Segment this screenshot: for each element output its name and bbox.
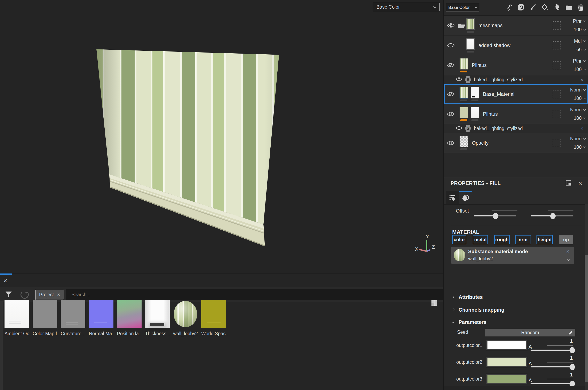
map-thumbnail[interactable] (89, 300, 113, 328)
layer-name[interactable]: meshmaps (479, 23, 553, 28)
opacity-dropdown[interactable]: 100 (574, 67, 586, 72)
folder-icon[interactable] (457, 22, 466, 29)
layers-channel-dropdown[interactable]: Base Color (446, 3, 479, 12)
visibility-eye-icon[interactable] (444, 63, 457, 68)
tab-properties-list[interactable] (446, 191, 459, 204)
substance-material-block[interactable]: Substance material mode wall_lobby2 × (451, 246, 574, 264)
search-input[interactable] (66, 289, 443, 300)
shelf-item-thickness[interactable]: Thickness ... (145, 300, 170, 337)
layer-name[interactable]: Opacity (472, 140, 553, 146)
channel-button-metal[interactable]: metal (473, 235, 488, 244)
offset-u-slider[interactable] (474, 215, 496, 216)
scrollbar-thumb[interactable] (585, 255, 588, 382)
param-value[interactable]: 1 (568, 372, 573, 378)
map-thumbnail[interactable] (201, 300, 226, 328)
fill-bucket-icon[interactable] (541, 4, 549, 11)
map-thumbnail[interactable] (61, 300, 85, 328)
layer-thumbnail[interactable] (460, 107, 468, 118)
layer-mask-thumbnail[interactable] (471, 87, 479, 98)
layer-thumbnail[interactable] (466, 18, 475, 30)
mask-placeholder[interactable] (553, 110, 561, 118)
section-attributes[interactable]: Attributes (452, 294, 483, 300)
shelf-item-wall-lobby2[interactable]: wall_lobby2 (173, 300, 198, 337)
viewport-3d[interactable]: Base Color Y X Z (0, 0, 443, 273)
channel-button-op[interactable]: op (559, 235, 573, 244)
layer-row-plintus-2[interactable]: Plintus Norm 100 (444, 104, 588, 124)
effect-name[interactable]: baked_lighting_stylized (474, 126, 523, 131)
param-color-swatch[interactable] (487, 374, 527, 384)
visibility-eye-icon[interactable] (444, 92, 457, 97)
mask-placeholder[interactable] (553, 21, 561, 30)
blend-mode-dropdown[interactable]: Pthr (573, 58, 586, 64)
shelf-item-position-layer[interactable]: Position la... (117, 300, 142, 337)
panel-divider[interactable] (443, 0, 444, 390)
seed-random-button[interactable]: Random (485, 329, 575, 337)
layer-thumbnail[interactable] (466, 38, 475, 50)
shelf-item-color-map[interactable]: Color Map f... (33, 300, 57, 337)
channel-button-nrm[interactable]: nrm (515, 235, 531, 244)
viewport-channel-dropdown[interactable]: Base Color (373, 3, 440, 11)
layer-row-meshmaps[interactable]: meshmaps Pthr 100 (444, 16, 588, 36)
clear-material-icon[interactable]: × (566, 249, 570, 254)
offset-v-slider-knob[interactable] (550, 213, 556, 219)
visibility-eye-icon[interactable] (444, 112, 457, 117)
tab-material-mode[interactable] (459, 191, 472, 204)
grid-view-icon[interactable] (431, 300, 438, 306)
close-icon[interactable]: × (3, 277, 7, 285)
map-thumbnail[interactable] (117, 300, 142, 328)
visibility-eye-icon[interactable] (444, 141, 457, 146)
magic-wand-icon[interactable] (505, 4, 513, 11)
layer-row-added-shadow[interactable]: added shadow Mul 66 (444, 36, 588, 55)
mask-placeholder[interactable] (553, 139, 561, 147)
layer-mask-thumbnail[interactable] (471, 107, 479, 118)
effect-row-baked-lighting-1[interactable]: S baked_lighting_stylized × (444, 75, 588, 84)
visibility-eye-icon-hidden[interactable] (444, 43, 457, 48)
shelf-item-ambient-occlusion[interactable]: Ambient Oc... (4, 300, 29, 337)
refresh-icon[interactable] (20, 291, 29, 299)
layer-name[interactable]: Plintus (472, 62, 553, 68)
alpha-slider-knob[interactable] (570, 364, 575, 370)
visibility-eye-icon[interactable] (444, 23, 457, 28)
shelf-scrollbar[interactable] (0, 300, 3, 390)
offset-u-slider-knob[interactable] (493, 213, 498, 219)
chevron-down-icon[interactable] (567, 258, 570, 261)
alpha-slider-knob[interactable] (570, 347, 575, 353)
opacity-dropdown[interactable]: 100 (574, 27, 586, 32)
alpha-slider[interactable] (531, 366, 572, 367)
layer-name[interactable]: Base_Material (483, 91, 553, 97)
float-window-icon[interactable] (566, 180, 571, 187)
opacity-dropdown[interactable]: 66 (576, 47, 586, 52)
mask-placeholder[interactable] (553, 41, 561, 49)
effect-row-baked-lighting-2[interactable]: S baked_lighting_stylized × (444, 124, 588, 133)
channel-button-height[interactable]: height (537, 235, 553, 244)
param-value[interactable]: 1 (568, 355, 573, 361)
alpha-slider[interactable] (531, 383, 572, 384)
shelf-item-normal-map[interactable]: Normal Ma... (89, 300, 113, 337)
shelf-item-curvature[interactable]: Curvature ... (61, 300, 85, 337)
blend-mode-dropdown[interactable]: Mul (574, 38, 586, 44)
layer-name[interactable]: Plintus (483, 111, 553, 117)
section-parameters[interactable]: Parameters (452, 319, 487, 325)
opacity-dropdown[interactable]: 100 (574, 115, 586, 121)
material-sphere-thumbnail[interactable] (173, 300, 198, 328)
opacity-dropdown[interactable]: 100 (574, 145, 586, 150)
folder-icon[interactable] (565, 4, 572, 11)
layer-name[interactable]: added shadow (479, 43, 553, 48)
filter-funnel-icon[interactable] (5, 291, 12, 298)
project-filter-tag[interactable]: Project × (35, 290, 64, 299)
param-color-swatch[interactable] (487, 340, 527, 350)
map-thumbnail[interactable] (33, 300, 57, 328)
param-value[interactable]: 1 (568, 338, 573, 344)
channel-button-color[interactable]: color (452, 235, 466, 244)
remove-filter-icon[interactable]: × (57, 292, 60, 297)
remove-effect-icon[interactable]: × (580, 77, 584, 82)
layer-row-plintus-1[interactable]: Plintus Pthr 100 (444, 55, 588, 75)
remove-effect-icon[interactable]: × (580, 126, 584, 131)
param-color-swatch[interactable] (487, 357, 527, 367)
visibility-eye-icon[interactable] (456, 77, 462, 82)
pencil-icon[interactable] (568, 330, 573, 335)
map-thumbnail[interactable] (4, 300, 29, 328)
mask-placeholder[interactable] (553, 61, 561, 69)
smart-material-icon[interactable] (517, 4, 525, 11)
mask-sphere-icon[interactable] (553, 4, 560, 11)
